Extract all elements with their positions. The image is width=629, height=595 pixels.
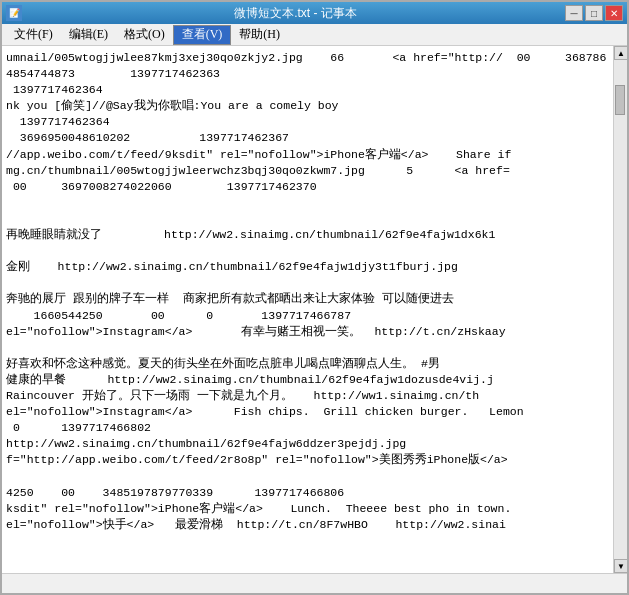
status-bar [2, 573, 627, 593]
scroll-track[interactable] [614, 60, 627, 559]
window-controls: ─ □ ✕ [565, 5, 623, 21]
menu-view[interactable]: 查看(V) [173, 25, 232, 45]
menu-edit[interactable]: 编辑(E) [61, 25, 116, 45]
maximize-button[interactable]: □ [585, 5, 603, 21]
menu-bar: 文件(F) 编辑(E) 格式(O) 查看(V) 帮助(H) [2, 24, 627, 46]
close-button[interactable]: ✕ [605, 5, 623, 21]
scroll-down-button[interactable]: ▼ [614, 559, 627, 573]
window-icon: 📝 [6, 5, 22, 21]
minimize-button[interactable]: ─ [565, 5, 583, 21]
menu-file[interactable]: 文件(F) [6, 25, 61, 45]
content-area: umnail/005wtogjjwlee87kmj3xej30qo0zkjy2.… [2, 46, 627, 573]
notepad-window: 📝 微博短文本.txt - 记事本 ─ □ ✕ 文件(F) 编辑(E) 格式(O… [0, 0, 629, 595]
menu-format[interactable]: 格式(O) [116, 25, 173, 45]
window-title: 微博短文本.txt - 记事本 [26, 5, 565, 22]
scrollbar[interactable]: ▲ ▼ [613, 46, 627, 573]
scroll-thumb[interactable] [615, 85, 625, 115]
menu-help[interactable]: 帮助(H) [231, 25, 288, 45]
scroll-up-button[interactable]: ▲ [614, 46, 627, 60]
text-content[interactable]: umnail/005wtogjjwlee87kmj3xej30qo0zkjy2.… [2, 46, 613, 573]
title-bar: 📝 微博短文本.txt - 记事本 ─ □ ✕ [2, 2, 627, 24]
